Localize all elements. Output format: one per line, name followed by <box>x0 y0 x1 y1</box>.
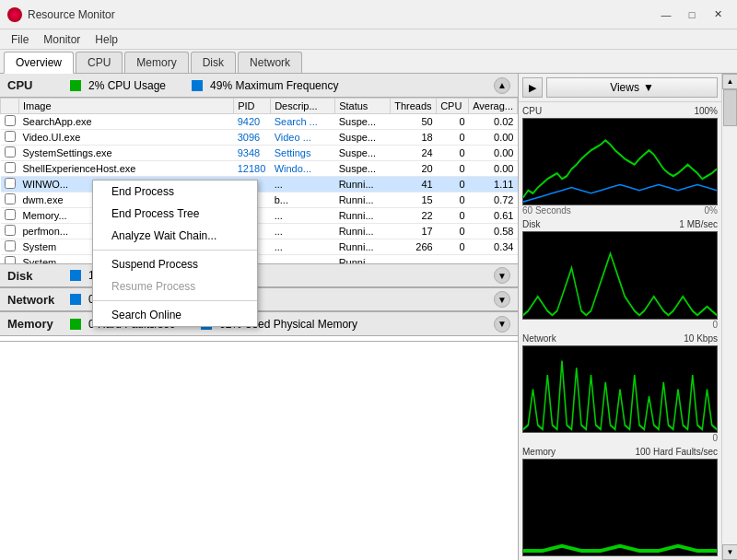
context-search-online[interactable]: Search Online <box>93 304 257 326</box>
cpu-chart-label: CPU <box>522 106 542 116</box>
disk-title: Disk <box>7 269 63 283</box>
row-checkbox[interactable] <box>1 130 19 146</box>
row-threads: 50 <box>391 114 437 130</box>
context-suspend-process[interactable]: Suspend Process <box>93 253 257 275</box>
table-row[interactable]: dwm.exe b... Runni... 15 0 0.72 <box>1 192 518 208</box>
scroll-thumb[interactable] <box>723 89 737 126</box>
table-row[interactable]: Memory... ... Runni... 22 0 0.61 <box>1 208 518 224</box>
chart-toolbar: ▶ Views ▼ <box>519 74 721 102</box>
memory-chart-label-row: Memory 100 Hard Faults/sec <box>522 447 718 457</box>
tab-memory[interactable]: Memory <box>124 52 188 73</box>
cpu-usage-indicator <box>70 80 81 91</box>
cpu-chart-min: 0% <box>705 205 718 216</box>
memory-collapse-btn[interactable]: ▼ <box>494 316 510 332</box>
chart-section: CPU 100% 60 Seconds 0% Disk <box>519 102 721 560</box>
title-bar: Resource Monitor — □ ✕ <box>0 0 737 29</box>
cpu-header-info: 2% CPU Usage 49% Maximum Frequency <box>70 79 494 92</box>
row-pid: 9348 <box>234 146 271 161</box>
cpu-chart-max: 100% <box>694 106 718 116</box>
row-checkbox[interactable] <box>1 177 19 192</box>
menu-monitor[interactable]: Monitor <box>36 31 88 48</box>
row-checkbox[interactable] <box>1 146 19 161</box>
context-end-process[interactable]: End Process <box>93 181 257 203</box>
col-avg-header: Averag... <box>469 99 518 114</box>
network-chart-container: Network 10 Kbps 0 <box>522 333 718 443</box>
close-button[interactable]: ✕ <box>706 6 730 24</box>
memory-section-header[interactable]: Memory 0 Hard Faults/sec 62% Used Physic… <box>0 312 518 336</box>
scroll-track[interactable] <box>722 89 737 544</box>
row-checkbox[interactable] <box>1 192 19 208</box>
minimize-button[interactable]: — <box>654 6 678 24</box>
cpu-freq-indicator <box>192 80 203 91</box>
col-image-header: Image <box>19 99 234 114</box>
outer-scrollbar[interactable]: ▲ ▼ <box>721 74 737 560</box>
table-row[interactable]: SystemSettings.exe 9348 Settings Suspe..… <box>1 146 518 161</box>
context-separator-2 <box>93 300 257 301</box>
table-row[interactable]: ShellExperienceHost.exe 12180 Windo... S… <box>1 161 518 177</box>
disk-chart-container: Disk 1 MB/sec 0 <box>522 219 718 329</box>
cpu-table: Image PID Descrip... Status Threads CPU … <box>0 98 518 263</box>
cpu-table-body: SearchApp.exe 9420 Search ... Suspe... 5… <box>1 114 518 264</box>
table-row[interactable]: WINWO... ... Runni... 41 0 1.11 <box>1 177 518 192</box>
table-row[interactable]: System ... Runni... 266 0 0.34 <box>1 239 518 255</box>
views-dropdown-button[interactable]: Views ▼ <box>546 77 718 98</box>
row-desc: ... <box>271 255 335 264</box>
network-section: Network 0% Network Utilization ▼ <box>0 288 518 312</box>
cpu-chart-canvas <box>522 118 718 205</box>
col-status-header: Status <box>335 99 391 114</box>
row-checkbox[interactable] <box>1 208 19 224</box>
maximize-button[interactable]: □ <box>680 6 704 24</box>
network-chart-svg <box>523 346 717 432</box>
context-end-process-tree[interactable]: End Process Tree <box>93 203 257 225</box>
row-threads: 17 <box>391 224 437 239</box>
row-status: Suspe... <box>335 114 391 130</box>
network-chart-max: 10 Kbps <box>684 333 718 344</box>
table-row[interactable]: perfmon... ... Runni... 17 0 0.58 <box>1 224 518 239</box>
scroll-up-btn[interactable]: ▲ <box>722 74 737 89</box>
tab-network[interactable]: Network <box>238 52 302 73</box>
disk-section-header[interactable]: Disk 1% Highest Active Time ▼ <box>0 264 518 287</box>
cpu-chart-bottom: 60 Seconds 0% <box>522 205 718 216</box>
row-desc: ... <box>271 177 335 192</box>
row-checkbox[interactable] <box>1 114 19 130</box>
row-cpu: 0 <box>437 130 469 146</box>
cpu-chart-container: CPU 100% 60 Seconds 0% <box>522 106 718 216</box>
nav-back-button[interactable]: ▶ <box>522 77 543 98</box>
row-pid: 9420 <box>234 114 271 130</box>
network-collapse-btn[interactable]: ▼ <box>494 291 510 308</box>
cpu-collapse-btn[interactable]: ▲ <box>494 77 510 94</box>
table-row[interactable]: Video.UI.exe 3096 Video ... Suspe... 18 … <box>1 130 518 146</box>
row-status: Runni... <box>335 177 391 192</box>
tab-disk[interactable]: Disk <box>191 52 236 73</box>
row-pid: 3096 <box>234 130 271 146</box>
disk-collapse-btn[interactable]: ▼ <box>494 267 510 284</box>
row-image: SearchApp.exe <box>19 114 234 130</box>
cpu-time-label: 60 Seconds <box>522 205 571 216</box>
network-chart-min: 0 <box>712 433 718 443</box>
menu-file[interactable]: File <box>4 31 36 48</box>
row-checkbox[interactable] <box>1 161 19 177</box>
row-threads: 24 <box>391 146 437 161</box>
cpu-title: CPU <box>7 78 63 92</box>
row-desc: ... <box>271 239 335 255</box>
menu-help[interactable]: Help <box>88 31 125 48</box>
row-checkbox[interactable] <box>1 224 19 239</box>
context-analyze-wait-chain[interactable]: Analyze Wait Chain... <box>93 225 257 247</box>
tab-cpu[interactable]: CPU <box>76 52 123 73</box>
row-checkbox[interactable] <box>1 255 19 264</box>
tab-overview[interactable]: Overview <box>4 52 74 74</box>
table-row[interactable]: System... ... Runni... <box>1 255 518 264</box>
row-desc: Video ... <box>271 130 335 146</box>
row-avg: 0.72 <box>469 192 518 208</box>
scroll-down-btn[interactable]: ▼ <box>722 544 737 560</box>
row-avg: 0.00 <box>469 130 518 146</box>
row-threads: 266 <box>391 239 437 255</box>
table-row[interactable]: SearchApp.exe 9420 Search ... Suspe... 5… <box>1 114 518 130</box>
row-cpu: 0 <box>437 239 469 255</box>
row-checkbox[interactable] <box>1 239 19 255</box>
row-threads: 22 <box>391 208 437 224</box>
network-section-header[interactable]: Network 0% Network Utilization ▼ <box>0 288 518 311</box>
cpu-section-header[interactable]: CPU 2% CPU Usage 49% Maximum Frequency ▲ <box>0 74 518 98</box>
row-desc: ... <box>271 208 335 224</box>
left-panel: CPU 2% CPU Usage 49% Maximum Frequency ▲… <box>0 74 519 560</box>
